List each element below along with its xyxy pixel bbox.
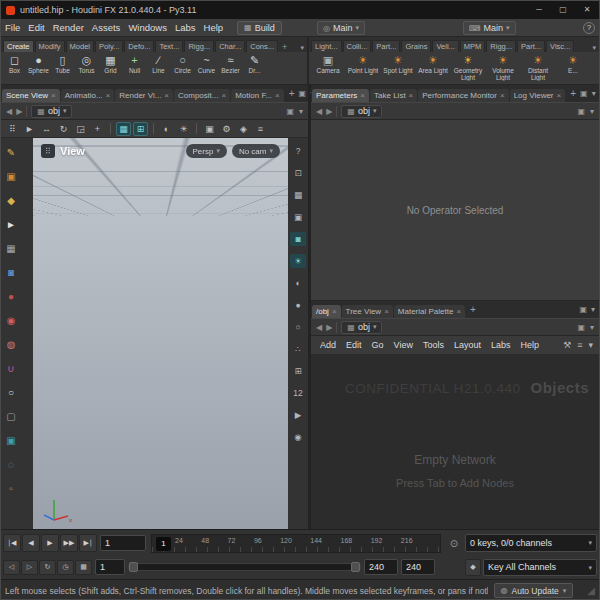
path-selector[interactable]: ▦ obj ▾: [341, 321, 382, 334]
tab-animation-editor[interactable]: Animatio... ×: [61, 89, 114, 102]
tool-sphere[interactable]: ● Sphere: [27, 54, 50, 74]
display-points-icon[interactable]: ∴: [290, 342, 306, 356]
step-back-button[interactable]: ◀: [22, 534, 40, 552]
close-tab-icon[interactable]: ×: [500, 91, 505, 100]
close-tab-icon[interactable]: ×: [164, 91, 169, 100]
gear-icon[interactable]: ⚙: [219, 122, 234, 136]
viewport-menu-icon[interactable]: ≡: [253, 122, 268, 136]
handles-icon[interactable]: +: [90, 122, 105, 136]
close-tab-icon[interactable]: ×: [409, 91, 414, 100]
scale-icon[interactable]: ◲: [73, 122, 88, 136]
smooth-shading-icon[interactable]: ●: [290, 298, 306, 312]
shelf-tab-poly[interactable]: Poly...: [95, 40, 123, 52]
add-pane-tab-button[interactable]: +: [285, 88, 299, 99]
material-tool-icon[interactable]: ●: [3, 288, 19, 304]
dashed-select-icon[interactable]: ◌: [3, 456, 19, 472]
tool-tube[interactable]: ▯ Tube: [51, 54, 74, 74]
scene-viewport[interactable]: ⠿ View Persp ▾ No cam ▾: [33, 138, 288, 529]
maximize-button[interactable]: ▢: [551, 1, 575, 19]
tool-circle[interactable]: ○ Circle: [171, 54, 194, 74]
path-selector[interactable]: ▦ obj ▾: [341, 105, 382, 118]
toolbar-icon[interactable]: [110, 123, 111, 134]
menu-edit[interactable]: Edit: [24, 22, 48, 33]
playback-range-slider[interactable]: [128, 559, 361, 575]
tool-area-light[interactable]: ☀ Area Light: [416, 54, 450, 81]
chevron-down-icon[interactable]: ▾: [588, 340, 593, 350]
global-end-field[interactable]: 240: [401, 559, 435, 575]
shelf-tab-create[interactable]: Create: [3, 40, 34, 52]
net-menu-tools[interactable]: Tools: [418, 340, 449, 350]
close-tab-icon[interactable]: ×: [332, 307, 337, 316]
magnet-snap-icon[interactable]: ∪: [3, 360, 19, 376]
update-mode-selector[interactable]: ◍ Auto Update ▾: [494, 583, 574, 598]
tab-obj-network[interactable]: /obj ×: [312, 305, 341, 318]
flipbook-icon[interactable]: ▶: [290, 408, 306, 422]
box-tool-icon[interactable]: ▣: [3, 168, 19, 184]
toolbar-icon[interactable]: [196, 123, 197, 134]
back-icon[interactable]: ◀: [316, 323, 322, 332]
camera-icon[interactable]: ▣: [202, 122, 217, 136]
add-pane-tab-button[interactable]: +: [566, 88, 580, 99]
pin-pane-icon[interactable]: ▣: [577, 323, 585, 332]
wireframe-icon[interactable]: ○: [290, 320, 306, 334]
path-menu-icon[interactable]: ▾: [590, 323, 594, 332]
maximize-pane-icon[interactable]: ▣: [299, 89, 307, 98]
toolbar-icon[interactable]: [153, 123, 154, 134]
ring-tool-icon[interactable]: ○: [3, 384, 19, 400]
diamond-tool-icon[interactable]: ◆: [3, 192, 19, 208]
tab-take-list[interactable]: Take List ×: [370, 89, 417, 102]
close-tab-icon[interactable]: ×: [222, 91, 227, 100]
close-tab-icon[interactable]: ×: [275, 91, 280, 100]
pane-dropdown-icon[interactable]: ▾: [591, 305, 595, 314]
rotate-icon[interactable]: ↻: [56, 122, 71, 136]
translate-icon[interactable]: ↔: [39, 122, 54, 136]
tool-camera[interactable]: ▣ Camera: [311, 54, 345, 81]
net-menu-layout[interactable]: Layout: [449, 340, 486, 350]
net-menu-add[interactable]: Add: [315, 340, 341, 350]
close-tab-icon[interactable]: ×: [384, 307, 389, 316]
net-menu-labs[interactable]: Labs: [486, 340, 516, 350]
close-tab-icon[interactable]: ×: [456, 307, 461, 316]
help-icon[interactable]: ?: [583, 22, 595, 34]
shelf-tab-texture[interactable]: Text...: [155, 40, 183, 52]
tool-grid[interactable]: ▦ Grid: [99, 54, 122, 74]
shelf-menu-icon[interactable]: ▾: [592, 44, 596, 52]
viewport-handle-icon[interactable]: ⠿: [41, 144, 55, 158]
tab-performance-monitor[interactable]: Performance Monitor ×: [418, 89, 508, 102]
pane-handle-icon[interactable]: ⠿: [5, 122, 20, 136]
forward-icon[interactable]: ▶: [326, 323, 332, 332]
playbar-menu-button[interactable]: ▦: [75, 560, 92, 575]
radial-menu-selector[interactable]: ◎ Main ▾: [317, 21, 365, 35]
close-button[interactable]: ✕: [575, 1, 599, 19]
network-editor-canvas[interactable]: CONFIDENTIAL H21.0.440 Objects Empty Net…: [311, 355, 599, 529]
close-tab-icon[interactable]: ×: [51, 91, 56, 100]
play-button[interactable]: ▶: [41, 534, 59, 552]
camera-selector[interactable]: No cam ▾: [232, 144, 280, 158]
tool-curve[interactable]: ~ Curve: [195, 54, 218, 74]
tool-line[interactable]: ∕ Line: [147, 54, 170, 74]
tab-render-view[interactable]: Render Vi... ×: [115, 89, 173, 102]
frame-ruler[interactable]: 1 24487296120144168192216: [151, 534, 441, 553]
back-icon[interactable]: ◀: [316, 107, 322, 116]
tool-volume-light[interactable]: ☀ Volume Light: [486, 54, 520, 81]
pin-pane-icon[interactable]: ▣: [577, 107, 585, 116]
menu-file[interactable]: File: [1, 22, 24, 33]
character-tool-icon[interactable]: ◍: [3, 336, 19, 352]
wrench-icon[interactable]: ⚒: [563, 340, 571, 350]
realtime-toggle-button[interactable]: ◷: [57, 560, 74, 575]
lock-icon[interactable]: ◙: [3, 264, 19, 280]
key-all-channels-dropdown[interactable]: Key All Channels ▾: [483, 559, 597, 576]
display-options-icon[interactable]: ◈: [236, 122, 251, 136]
shelf-tab-mpm[interactable]: MPM: [460, 40, 486, 52]
grid-tool-icon[interactable]: ▦: [3, 240, 19, 256]
pin-pane-icon[interactable]: ▣: [286, 107, 294, 116]
shelf-tab-model[interactable]: Model: [66, 40, 94, 52]
back-icon[interactable]: ◀: [6, 107, 12, 116]
tool-bezier[interactable]: ≈ Bezier: [219, 54, 242, 74]
shelf-tab-deform[interactable]: Defo...: [124, 40, 154, 52]
minimize-button[interactable]: ─: [527, 1, 551, 19]
forward-icon[interactable]: ▶: [326, 107, 332, 116]
tool-distant-light[interactable]: ☀ Distant Light: [521, 54, 555, 81]
camera-view-icon[interactable]: ▣: [290, 210, 306, 224]
step-forward-button[interactable]: ▶▶: [60, 534, 78, 552]
